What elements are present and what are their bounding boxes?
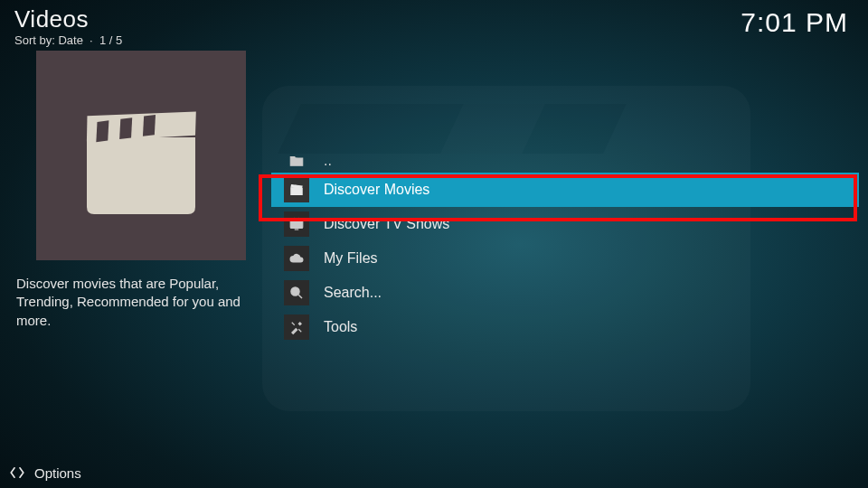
separator: · xyxy=(87,33,99,47)
tv-icon xyxy=(284,211,309,237)
svg-rect-0 xyxy=(96,120,108,142)
svg-rect-2 xyxy=(143,115,156,136)
search-icon xyxy=(284,280,309,305)
menu-item-label: .. xyxy=(324,153,332,169)
page-subtitle: Sort by: Date · 1 / 5 xyxy=(14,33,122,47)
clapper-icon xyxy=(284,177,309,202)
svg-point-7 xyxy=(291,287,299,296)
options-icon xyxy=(9,465,25,481)
menu-item-discover-movies[interactable]: Discover Movies xyxy=(271,173,859,207)
menu-item-label: Tools xyxy=(324,319,357,335)
page-position: 1 / 5 xyxy=(99,33,122,47)
footer-options[interactable]: Options xyxy=(9,465,81,481)
item-description: Discover movies that are Popular, Trendi… xyxy=(14,271,250,330)
menu-item-discover-tv[interactable]: Discover TV Shows xyxy=(271,207,859,241)
menu-item-parent[interactable]: .. xyxy=(271,149,859,173)
tools-icon xyxy=(284,314,309,340)
folder-up-icon xyxy=(284,148,309,174)
clock: 7:01 PM xyxy=(741,7,848,38)
clapper-icon xyxy=(78,97,204,214)
thumbnail xyxy=(36,51,246,260)
menu-item-label: Discover Movies xyxy=(324,182,429,198)
menu-item-label: Search... xyxy=(324,285,382,301)
sort-label: Sort by: Date xyxy=(14,33,83,47)
menu-item-label: Discover TV Shows xyxy=(324,216,449,232)
svg-rect-6 xyxy=(290,221,303,229)
menu-item-my-files[interactable]: My Files xyxy=(271,241,859,276)
menu-item-search[interactable]: Search... xyxy=(271,276,859,310)
page-header: Videos Sort by: Date · 1 / 5 xyxy=(14,5,122,47)
svg-rect-1 xyxy=(119,117,132,139)
menu-list: .. Discover Movies Discover TV Shows My … xyxy=(271,149,859,344)
menu-item-tools[interactable]: Tools xyxy=(271,310,859,344)
info-panel: Discover movies that are Popular, Trendi… xyxy=(14,51,250,330)
cloud-icon xyxy=(284,246,309,271)
options-label: Options xyxy=(34,465,81,481)
page-title: Videos xyxy=(14,5,122,33)
menu-item-label: My Files xyxy=(324,250,378,267)
